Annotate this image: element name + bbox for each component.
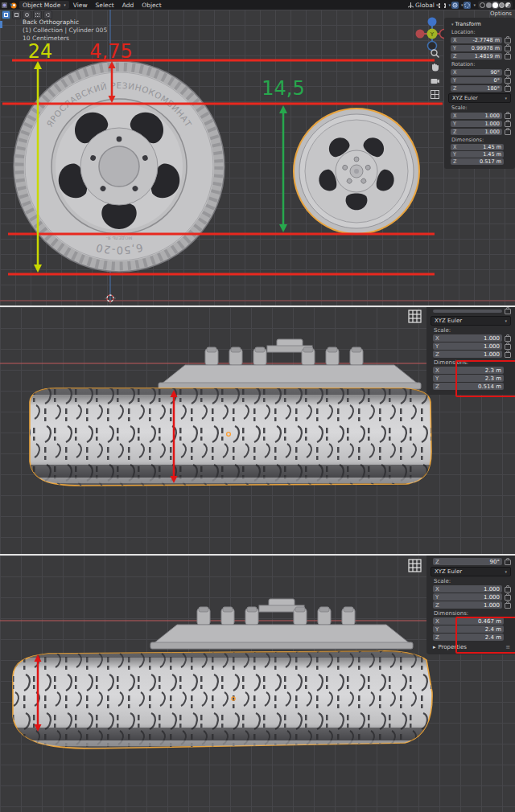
snap-magnet-icon[interactable] xyxy=(439,2,446,9)
blender-composite: ЯРОСЛАВСКИЙ РЕЗИНОКОМБИНАТ 6,50-20 МОДЕЛ… xyxy=(0,0,515,812)
viewport-canvas: ЯРОСЛАВСКИЙ РЕЗИНОКОМБИНАТ 6,50-20 МОДЕЛ… xyxy=(0,0,515,306)
collapsed-caret-icon: ▸ xyxy=(433,644,436,650)
viewport-info-text: Back Orthographic (1) Collection | Cylin… xyxy=(23,18,107,43)
top-menubar: Object Mode ▾ View Select Add Object Glo… xyxy=(0,0,515,10)
measure-arrow-rim xyxy=(279,105,287,232)
lock-icon[interactable] xyxy=(505,86,511,92)
wheel-hub[interactable] xyxy=(159,339,421,389)
label-total-width: 24 xyxy=(28,40,53,63)
menu-add[interactable]: Add xyxy=(118,2,138,9)
transform-header[interactable]: ▾ Transform xyxy=(450,21,510,27)
tire-front-view[interactable]: ЯРОСЛАВСКИЙ РЕЗИНОКОМБИНАТ 6,50-20 МОДЕЛ… xyxy=(14,61,225,272)
scale-label: Scale: xyxy=(434,578,515,584)
mode-selector[interactable]: Object Mode ▾ xyxy=(19,1,69,9)
tool-select-circle[interactable] xyxy=(23,10,31,19)
solid-shading-icon[interactable] xyxy=(486,2,492,8)
tool-tweak[interactable] xyxy=(12,10,21,19)
chevron-down-icon: ▾ xyxy=(64,2,66,7)
material-shading-icon[interactable] xyxy=(492,2,498,8)
rotation-z-field[interactable]: Z180° xyxy=(451,85,502,92)
ortho-grid-icon[interactable] xyxy=(430,89,440,100)
blender-logo-icon[interactable] xyxy=(10,2,17,9)
grid-icon[interactable] xyxy=(407,309,423,325)
lock-icon[interactable] xyxy=(505,603,511,609)
chevron-down-icon: ▾ xyxy=(448,2,451,7)
options-button[interactable]: Options xyxy=(490,10,512,17)
dim-z-field[interactable]: Z0.517 m xyxy=(451,158,504,165)
menu-select[interactable]: Select xyxy=(92,2,118,9)
proportional-edit-icon[interactable] xyxy=(451,2,459,9)
pan-hand-icon[interactable] xyxy=(430,62,440,72)
scale-z-field[interactable]: Z1.000 xyxy=(433,351,502,358)
viewport-back-ortho: ЯРОСЛАВСКИЙ РЕЗИНОКОМБИНАТ 6,50-20 МОДЕЛ… xyxy=(0,0,515,306)
scale-z-field[interactable]: Z1.000 xyxy=(451,129,502,135)
lock-icon[interactable] xyxy=(505,352,511,358)
tool-row xyxy=(2,10,52,19)
lock-icon[interactable] xyxy=(505,309,511,314)
viewport-side-2: Z90° XYZ Euler▾ Scale: X1.000 Y1.000 Z1.… xyxy=(0,554,515,812)
camera-view-icon[interactable] xyxy=(430,76,440,86)
menu-object[interactable]: Object xyxy=(138,2,165,9)
scale-y-field[interactable]: Y1.000 xyxy=(433,342,502,350)
tool-cursor[interactable] xyxy=(43,10,52,19)
dimensions-highlight-box xyxy=(455,360,515,397)
menu-view[interactable]: View xyxy=(69,2,92,9)
dimensions-label: Dimensions: xyxy=(451,137,515,143)
lock-icon[interactable] xyxy=(505,129,511,135)
lock-icon[interactable] xyxy=(505,38,511,43)
chevron-down-icon: ▾ xyxy=(461,2,464,7)
lock-icon[interactable] xyxy=(505,336,511,342)
orientation-selector[interactable]: Global xyxy=(415,2,435,9)
rotation-mode-dropdown[interactable]: XYZ Euler▾ xyxy=(431,316,511,326)
scale-x-field[interactable]: X1.000 xyxy=(433,585,502,593)
lock-icon[interactable] xyxy=(505,70,511,76)
dim-y-field[interactable]: Y1.45 m xyxy=(451,151,504,158)
grid-units: 10 Centimeters xyxy=(23,35,107,43)
location-label: Location: xyxy=(451,29,515,35)
lock-icon[interactable] xyxy=(505,113,511,119)
scale-y-field[interactable]: Y1.000 xyxy=(433,593,502,601)
tool-select-box[interactable] xyxy=(2,10,10,19)
lock-icon[interactable] xyxy=(505,344,511,350)
dimensions-label: Dimensions: xyxy=(434,610,515,617)
scale-z-field[interactable]: Z1.000 xyxy=(433,601,502,609)
editor-type-icon[interactable] xyxy=(1,2,8,9)
viewport-nav-icons xyxy=(430,48,440,100)
rotation-mode-dropdown[interactable]: XYZ Euler▾ xyxy=(448,93,511,103)
rotation-x-field[interactable]: X90° xyxy=(451,69,502,76)
gizmo-y-label: Y xyxy=(430,31,435,38)
transform-title: Transform xyxy=(455,21,481,27)
label-bead: 4,75 xyxy=(89,40,132,63)
lock-icon[interactable] xyxy=(505,54,511,59)
rotation-z-field[interactable]: Z90° xyxy=(433,558,502,565)
lock-icon[interactable] xyxy=(505,560,511,565)
zoom-icon[interactable] xyxy=(430,48,440,59)
rotation-y-field[interactable]: Y0° xyxy=(451,77,502,84)
scale-y-field[interactable]: Y1.000 xyxy=(451,121,502,127)
grid-icon[interactable] xyxy=(407,558,423,574)
scale-x-field[interactable]: X1.000 xyxy=(433,334,502,342)
tire-side-view[interactable] xyxy=(11,650,435,751)
rendered-shading-icon[interactable] xyxy=(499,2,505,8)
rim-selected[interactable] xyxy=(294,109,419,234)
location-z-field[interactable]: Z1.4819 m xyxy=(451,53,502,59)
scale-x-field[interactable]: X1.000 xyxy=(451,113,502,119)
location-y-field[interactable]: Y0.99978 m xyxy=(451,45,502,51)
transform-pivot-icon[interactable] xyxy=(464,2,471,9)
rotation-mode-dropdown[interactable]: XYZ Euler▾ xyxy=(431,567,511,576)
location-x-field[interactable]: X-2.7748 m xyxy=(451,37,502,43)
chevron-down-icon: ▾ xyxy=(505,96,507,100)
orientation-icon xyxy=(407,2,414,9)
overlay-toggle-icon[interactable] xyxy=(505,2,511,8)
scale-label: Scale: xyxy=(451,105,515,111)
tool-select-lasso[interactable] xyxy=(33,10,42,19)
tire-side-view[interactable] xyxy=(27,386,434,489)
lock-icon[interactable] xyxy=(505,587,511,593)
dim-x-field[interactable]: X1.45 m xyxy=(451,144,504,150)
wheel-hub[interactable] xyxy=(150,599,413,649)
lock-icon[interactable] xyxy=(505,595,511,601)
wireframe-shading-icon[interactable] xyxy=(480,2,485,8)
lock-icon[interactable] xyxy=(505,121,511,127)
lock-icon[interactable] xyxy=(505,46,511,51)
lock-icon[interactable] xyxy=(505,78,511,84)
